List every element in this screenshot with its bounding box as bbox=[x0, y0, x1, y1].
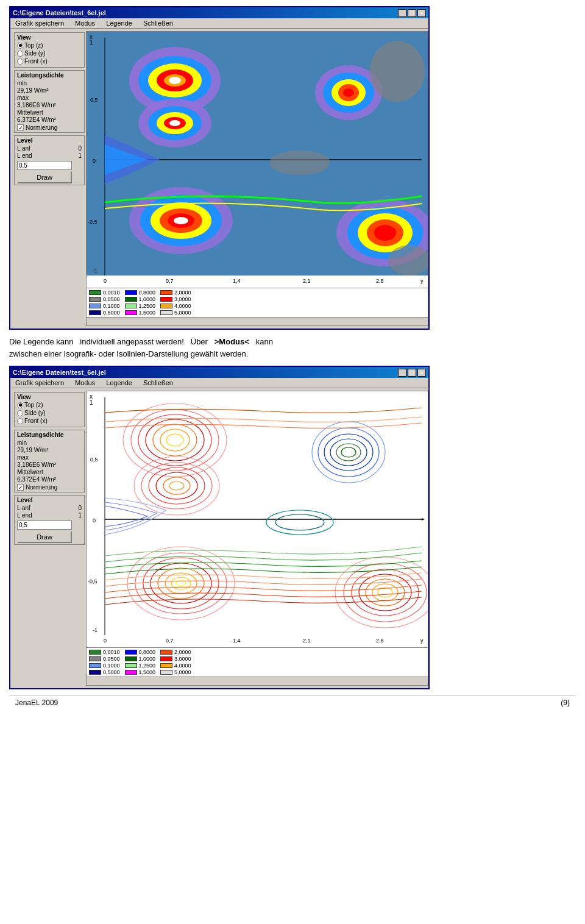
description-text: Die Legende kann individuell angepasst w… bbox=[9, 336, 436, 360]
mittelwert-label-row-1: Mittelwert bbox=[17, 109, 82, 116]
menu-legende-1[interactable]: Legende bbox=[104, 19, 135, 27]
draw-button-1[interactable]: Draw bbox=[17, 171, 72, 183]
menu-schliessen-1[interactable]: Schließen bbox=[141, 19, 176, 27]
maximize-btn-1[interactable]: □ bbox=[408, 9, 416, 17]
menu-grafik-2[interactable]: Grafik speichern bbox=[13, 378, 66, 387]
window1-body: View Top (z) Side (y) Front (x) bbox=[10, 29, 428, 329]
lc-2-3 bbox=[89, 663, 101, 668]
legend-item-2-11: 4,0000 bbox=[160, 663, 191, 669]
level-input-1[interactable] bbox=[17, 161, 72, 170]
legend-area-1: 0,0010 0,0500 0,1000 0,5000 bbox=[87, 288, 428, 317]
svg-text:0: 0 bbox=[93, 517, 96, 524]
svg-point-20 bbox=[169, 77, 181, 84]
lc-2-1 bbox=[89, 650, 101, 655]
legend-item-2-4: 0,5000 bbox=[89, 669, 120, 675]
normierung-checkbox-2[interactable]: ✓ bbox=[17, 484, 24, 491]
svg-text:0,7: 0,7 bbox=[166, 638, 174, 644]
svg-text:0,7: 0,7 bbox=[166, 278, 174, 284]
normierung-row-2[interactable]: ✓ Normierung bbox=[17, 484, 82, 491]
svg-text:2,8: 2,8 bbox=[376, 278, 384, 284]
radio-top-2[interactable]: Top (z) bbox=[17, 402, 82, 408]
close-btn-1[interactable]: × bbox=[417, 9, 426, 17]
max-value-row-1: 3,186E6 W/m² bbox=[17, 102, 82, 108]
menu-grafik-1[interactable]: Grafik speichern bbox=[13, 19, 66, 27]
minimize-btn-1[interactable]: _ bbox=[398, 9, 406, 17]
radio-front-circle-1 bbox=[17, 59, 23, 65]
close-btn-2[interactable]: × bbox=[417, 369, 426, 377]
menu-modus-1[interactable]: Modus bbox=[73, 19, 98, 27]
svg-text:-1: -1 bbox=[93, 627, 98, 633]
svg-text:y: y bbox=[420, 278, 424, 284]
legend-item-3: 0,1000 bbox=[89, 303, 120, 309]
legend-item-9: 2,0000 bbox=[160, 290, 191, 296]
radio-front-2[interactable]: Front (x) bbox=[17, 418, 82, 424]
menu-modus-2[interactable]: Modus bbox=[73, 378, 98, 387]
svg-text:0: 0 bbox=[104, 278, 107, 284]
view-label-2: View bbox=[17, 394, 82, 400]
menu-schliessen-2[interactable]: Schließen bbox=[141, 378, 176, 387]
draw-button-2[interactable]: Draw bbox=[17, 531, 72, 543]
mittelwert-value-row-1: 6,372E4 W/m² bbox=[17, 116, 82, 123]
svg-point-25 bbox=[169, 120, 180, 126]
minimize-btn-2[interactable]: _ bbox=[398, 369, 406, 377]
scrollbar-1[interactable] bbox=[87, 317, 428, 325]
menu-legende-2[interactable]: Legende bbox=[104, 378, 135, 387]
legend-item-2-7: 1,2500 bbox=[125, 663, 156, 669]
left-panel-2: View Top (z) Side (y) Front (x) bbox=[13, 391, 86, 686]
svg-point-43 bbox=[374, 225, 396, 241]
legend-item-4: 0,5000 bbox=[89, 310, 120, 316]
menu-bar-1: Grafik speichern Modus Legende Schließen bbox=[10, 18, 428, 29]
legend-col3-2: 2,0000 3,0000 4,0000 5,0000 bbox=[160, 649, 191, 675]
radio-top-circle-2 bbox=[17, 402, 23, 408]
window1: C:\Eigene Dateien\test_6el.jel _ □ × Gra… bbox=[9, 6, 430, 330]
svg-text:-0,5: -0,5 bbox=[88, 578, 98, 585]
svg-text:-1: -1 bbox=[93, 268, 98, 274]
lc-2-7 bbox=[125, 663, 137, 668]
radio-front-circle-2 bbox=[17, 418, 23, 424]
leistung-group-1: Leistungsdichte min 29,19 W/m² max 3,186… bbox=[14, 70, 85, 133]
legend-item-7: 1,2500 bbox=[125, 303, 156, 309]
radio-top-label-1: Top (z) bbox=[24, 42, 43, 49]
legend-item-2-10: 3,0000 bbox=[160, 656, 191, 662]
legend-item-11: 4,0000 bbox=[160, 303, 191, 309]
lc-2-6 bbox=[125, 656, 137, 661]
l-anf-row-2: L anf 0 bbox=[17, 505, 82, 511]
svg-point-38 bbox=[174, 217, 188, 224]
lc-2-10 bbox=[160, 656, 172, 661]
lc-2-11 bbox=[160, 663, 172, 668]
legend-item-12: 5,0000 bbox=[160, 310, 191, 316]
legend-area-2: 0,0010 0,0500 0,1000 0,5000 bbox=[87, 647, 428, 677]
maximize-btn-2[interactable]: □ bbox=[408, 369, 416, 377]
radio-side-1[interactable]: Side (y) bbox=[17, 50, 82, 57]
legend-color-6 bbox=[125, 297, 137, 302]
legend-item-6: 1,0000 bbox=[125, 296, 156, 302]
title-bar-1: C:\Eigene Dateien\test_6el.jel _ □ × bbox=[10, 7, 428, 18]
min-value-row-1: 29,19 W/m² bbox=[17, 87, 82, 94]
window2-title: C:\Eigene Dateien\test_6el.jel bbox=[13, 369, 106, 376]
legend-item-2-5: 0,8000 bbox=[125, 649, 156, 655]
level-label-1: Level bbox=[17, 137, 82, 144]
legend-color-5 bbox=[125, 290, 137, 295]
legend-item-2-12: 5,0000 bbox=[160, 669, 191, 675]
window1-title: C:\Eigene Dateien\test_6el.jel bbox=[13, 9, 106, 16]
level-input-2[interactable] bbox=[17, 521, 72, 530]
legend-color-11 bbox=[160, 304, 172, 308]
view-group-1: View Top (z) Side (y) Front (x) bbox=[14, 32, 85, 68]
menu-bar-2: Grafik speichern Modus Legende Schließen bbox=[10, 378, 428, 388]
radio-top-circle-1 bbox=[17, 43, 23, 49]
legend-item-5: 0,8000 bbox=[125, 290, 156, 296]
radio-side-2[interactable]: Side (y) bbox=[17, 410, 82, 416]
svg-point-30 bbox=[343, 88, 354, 97]
legend-color-1 bbox=[89, 290, 101, 295]
radio-front-1[interactable]: Front (x) bbox=[17, 58, 82, 65]
legend-item-2-3: 0,1000 bbox=[89, 663, 120, 669]
min-row-2: min bbox=[17, 439, 82, 446]
normierung-row-1[interactable]: ✓ Normierung bbox=[17, 124, 82, 131]
legend-col3-1: 2,0000 3,0000 4,0000 5,0000 bbox=[160, 290, 191, 316]
mittelwert-label-row-2: Mittelwert bbox=[17, 469, 82, 475]
title-bar-2: C:\Eigene Dateien\test_6el.jel _ □ × bbox=[10, 367, 428, 378]
radio-top-1[interactable]: Top (z) bbox=[17, 42, 82, 49]
scrollbar-2[interactable] bbox=[87, 677, 428, 685]
normierung-checkbox-1[interactable]: ✓ bbox=[17, 124, 24, 131]
plot-svg-1: x 1 0,5 0 -0,5 -1 0 0,7 1,4 2,1 2,8 y bbox=[87, 32, 428, 288]
